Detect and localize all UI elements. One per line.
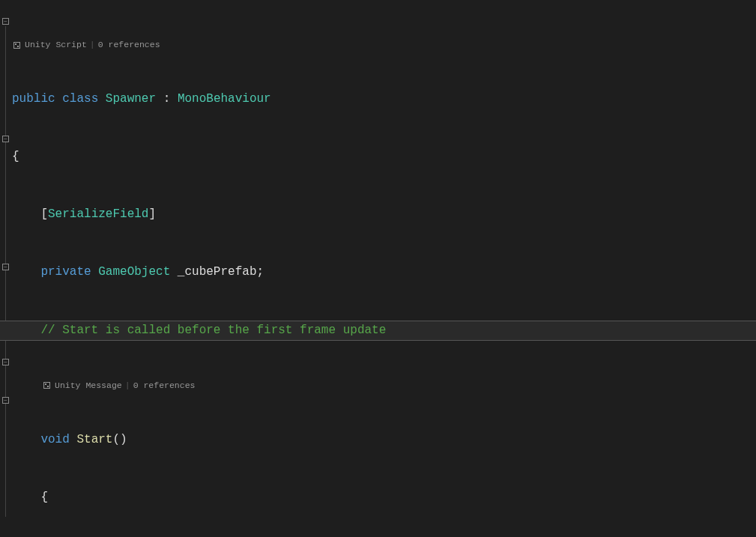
fold-toggle-start[interactable]: −: [2, 136, 9, 142]
keyword-private: private: [40, 265, 91, 279]
class-name: Spawner: [106, 92, 156, 106]
codelens-start[interactable]: Unity Message | 0 references: [12, 379, 756, 392]
code-line[interactable]: public class Spawner : MonoBehaviour: [12, 90, 756, 109]
punctuation: :: [156, 92, 178, 106]
codelens-refs[interactable]: 0 references: [133, 379, 196, 392]
keyword-public: public: [12, 92, 55, 106]
message-icon: [43, 382, 50, 389]
current-line[interactable]: // Start is called before the first fram…: [0, 321, 756, 341]
codelens-label: Unity Message: [55, 379, 122, 392]
codelens-label: Unity Script: [25, 38, 87, 52]
punctuation: (): [112, 433, 127, 446]
type-name: GameObject: [98, 265, 170, 279]
code-line[interactable]: {: [12, 488, 756, 508]
codelens-class[interactable]: Unity Script | 0 references: [12, 38, 756, 52]
comment: // Start is called before the first fram…: [40, 324, 386, 337]
fold-toggle-class[interactable]: −: [2, 18, 9, 25]
codelens-separator: |: [125, 379, 130, 392]
bracket: ]: [148, 207, 156, 221]
code-line[interactable]: private GameObject _cubePrefab;: [12, 263, 756, 282]
method-name: Start: [76, 433, 112, 446]
fold-toggle-update[interactable]: −: [2, 264, 9, 270]
unity-icon: [13, 42, 20, 49]
code-editor[interactable]: Unity Script | 0 references public class…: [12, 0, 756, 537]
field-name: _cubePrefab: [178, 265, 257, 279]
fold-toggle-while[interactable]: −: [2, 397, 9, 404]
code-line[interactable]: void Start(): [12, 431, 756, 450]
code-line[interactable]: {: [12, 148, 756, 167]
brace-open: {: [12, 150, 19, 163]
codelens-refs[interactable]: 0 references: [98, 38, 160, 52]
keyword-void: void: [40, 433, 69, 446]
editor-gutter: − − − − −: [0, 0, 12, 537]
fold-line: [5, 26, 6, 517]
fold-toggle-spawning[interactable]: −: [2, 359, 9, 365]
code-line[interactable]: [SerializeField]: [12, 205, 756, 225]
base-class: MonoBehaviour: [178, 92, 271, 106]
punctuation: ;: [256, 265, 264, 279]
attribute: SerializeField: [48, 207, 148, 221]
keyword-class: class: [62, 92, 98, 106]
bracket: [: [40, 207, 48, 221]
brace-open: {: [40, 491, 48, 504]
codelens-separator: |: [90, 38, 95, 52]
